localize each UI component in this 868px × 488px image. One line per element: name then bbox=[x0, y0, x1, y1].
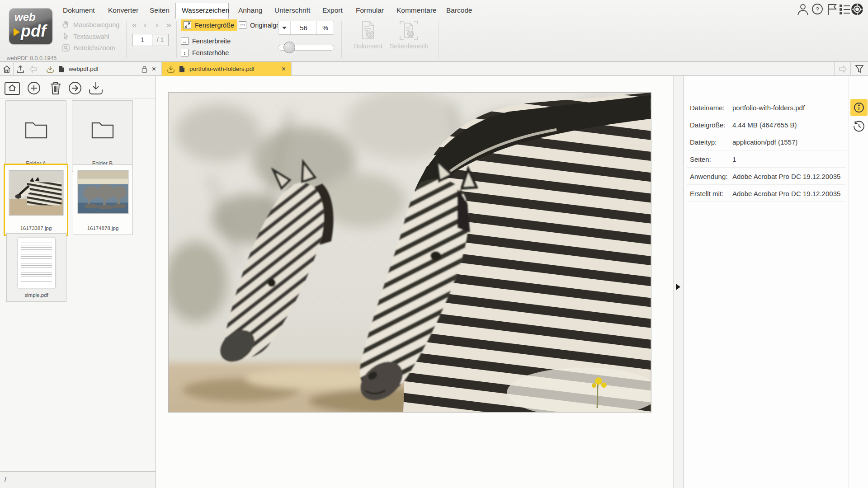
tab-dokument[interactable]: Dokument bbox=[63, 6, 95, 14]
info-row: Seiten: 1 bbox=[687, 150, 846, 168]
add-file-button[interactable] bbox=[27, 81, 41, 97]
ribbon-separator bbox=[176, 21, 177, 58]
bereichszoom-button[interactable]: Bereichszoom bbox=[62, 44, 115, 52]
previous-page-button[interactable]: ‹ bbox=[144, 20, 146, 30]
file-item-selected[interactable]: 16173387.jpg bbox=[4, 164, 68, 236]
info-row: Dateityp: application/pdf (1557) bbox=[687, 133, 846, 150]
document-viewport[interactable] bbox=[156, 76, 674, 488]
info-icon bbox=[854, 102, 864, 113]
upload-icon bbox=[16, 65, 24, 73]
mausbewegung-button[interactable]: Mausbewegung bbox=[62, 21, 119, 28]
history-tab-button[interactable] bbox=[852, 119, 866, 133]
download-file-button[interactable] bbox=[89, 81, 103, 97]
fit-height-button[interactable]: ↕ Fensterhöhe bbox=[181, 49, 229, 56]
file-item[interactable]: 16174878.jpg bbox=[73, 164, 133, 235]
tab-barcode[interactable]: Barcode bbox=[446, 6, 472, 14]
zoom-dropdown-button[interactable] bbox=[278, 21, 291, 34]
document-watermark-icon bbox=[359, 21, 377, 40]
last-page-button[interactable]: » bbox=[166, 20, 171, 30]
next-page-button[interactable]: › bbox=[156, 20, 158, 30]
filter-button[interactable] bbox=[851, 62, 868, 76]
first-page-button[interactable]: « bbox=[132, 20, 137, 30]
extract-file-button[interactable] bbox=[68, 81, 82, 97]
fit-size-icon bbox=[184, 21, 191, 29]
fit-width-label: Fensterbreite bbox=[192, 38, 231, 45]
support-button[interactable] bbox=[851, 3, 863, 17]
sidebar-statusbar: / bbox=[0, 471, 156, 488]
zoom-unit-label: % bbox=[317, 21, 334, 34]
filter-funnel-icon bbox=[855, 65, 863, 73]
zoom-value-input[interactable] bbox=[291, 21, 317, 34]
info-value: 1 bbox=[732, 155, 736, 163]
log-list-button[interactable] bbox=[840, 3, 850, 17]
folder-up-button[interactable] bbox=[5, 81, 20, 97]
webpdf-app: web pdf webPDF 8.0.0.1945 Dokument Konve… bbox=[0, 0, 868, 488]
info-tab-button[interactable] bbox=[850, 99, 868, 116]
vertical-arrows-icon: ↕ bbox=[181, 49, 189, 56]
document-tabbar: webpdf.pdf × portfolio-with-folders.pdf … bbox=[0, 62, 868, 76]
delete-file-button[interactable] bbox=[50, 81, 61, 97]
fit-window-button[interactable]: Fenstergröße bbox=[181, 19, 237, 31]
textauswahl-button[interactable]: Textauswahl bbox=[62, 33, 109, 40]
document-tab-portfolio[interactable]: portfolio-with-folders.pdf × bbox=[162, 62, 292, 76]
current-path: / bbox=[5, 476, 6, 483]
home-icon bbox=[3, 65, 11, 73]
portfolio-sidebar: Folder A Folder B 16173387.jpg bbox=[0, 76, 156, 488]
document-tab-webpdf[interactable]: webpdf.pdf × bbox=[40, 62, 162, 76]
panel-divider[interactable] bbox=[674, 76, 684, 488]
download-tray-icon bbox=[89, 81, 103, 95]
folder-icon bbox=[91, 121, 114, 139]
feedback-button[interactable] bbox=[827, 3, 837, 17]
sidebar-toolbar bbox=[0, 80, 156, 99]
forward-button[interactable] bbox=[834, 62, 851, 76]
zoom-area-icon bbox=[62, 44, 70, 52]
tab1-title: webpdf.pdf bbox=[69, 66, 99, 72]
info-label: Dateiname: bbox=[690, 104, 725, 112]
ribbon-separator bbox=[126, 21, 127, 58]
watermark-pagerange-button[interactable]: Seitenbereich bbox=[390, 21, 428, 50]
folder-item-a[interactable]: Folder A bbox=[5, 100, 66, 172]
zoom-slider-knob[interactable] bbox=[283, 42, 295, 53]
svg-text:?: ? bbox=[816, 6, 819, 13]
ribbon-separator bbox=[439, 21, 439, 58]
home-button[interactable] bbox=[0, 62, 14, 76]
tab-wasserzeichen[interactable]: Wasserzeichen bbox=[182, 6, 229, 14]
file-item[interactable]: simple.pdf bbox=[6, 233, 66, 302]
tab-unterschrift[interactable]: Unterschrift bbox=[274, 6, 310, 14]
watermark-document-label: Dokument bbox=[354, 42, 382, 50]
info-row: Anwendung: Adobe Acrobat Pro DC 19.12.20… bbox=[687, 168, 846, 185]
ribbon: web pdf webPDF 8.0.0.1945 Dokument Konve… bbox=[0, 0, 868, 62]
fit-width-button[interactable]: ↔ Fensterbreite bbox=[181, 37, 231, 45]
back-button[interactable] bbox=[27, 62, 40, 76]
folder-item-b[interactable]: Folder B bbox=[72, 100, 133, 172]
forward-arrow-icon bbox=[838, 66, 847, 73]
tab-seiten[interactable]: Seiten bbox=[150, 6, 170, 14]
current-page-input[interactable]: 1 bbox=[132, 34, 152, 46]
tab-export[interactable]: Export bbox=[322, 6, 343, 14]
help-icon: ? bbox=[811, 3, 823, 15]
collapse-handle-icon[interactable] bbox=[676, 284, 680, 290]
zebra-photo-page bbox=[168, 92, 651, 413]
fit-height-label: Fensterhöhe bbox=[192, 49, 229, 56]
back-arrow-icon bbox=[29, 66, 38, 73]
tab-formular[interactable]: Formular bbox=[356, 6, 384, 14]
arrow-right-circle-icon bbox=[68, 81, 82, 95]
help-button[interactable]: ? bbox=[811, 3, 823, 17]
watermark-document-button[interactable]: Dokument bbox=[349, 21, 387, 50]
mausbewegung-label: Mausbewegung bbox=[73, 21, 119, 28]
info-value: 4.44 MB (4647655 B) bbox=[732, 121, 797, 129]
list-icon bbox=[840, 3, 850, 15]
info-label: Erstellt mit: bbox=[690, 190, 723, 197]
tab2-close-button[interactable]: × bbox=[282, 65, 286, 73]
file-label: 16174878.jpg bbox=[73, 225, 132, 231]
tab-konverter[interactable]: Konverter bbox=[108, 6, 138, 14]
watermark-pagerange-label: Seitenbereich bbox=[390, 42, 429, 50]
upload-button[interactable] bbox=[14, 62, 27, 76]
tab1-close-button[interactable]: × bbox=[152, 65, 156, 73]
tab-anhang[interactable]: Anhang bbox=[238, 6, 262, 14]
info-label: Dateityp: bbox=[690, 138, 717, 146]
info-row: Dateiname: portfolio-with-folders.pdf bbox=[687, 99, 846, 116]
file-info-panel: Dateiname: portfolio-with-folders.pdf Da… bbox=[684, 76, 868, 488]
user-account-button[interactable] bbox=[797, 3, 809, 17]
tab-kommentare[interactable]: Kommentare bbox=[396, 6, 437, 14]
